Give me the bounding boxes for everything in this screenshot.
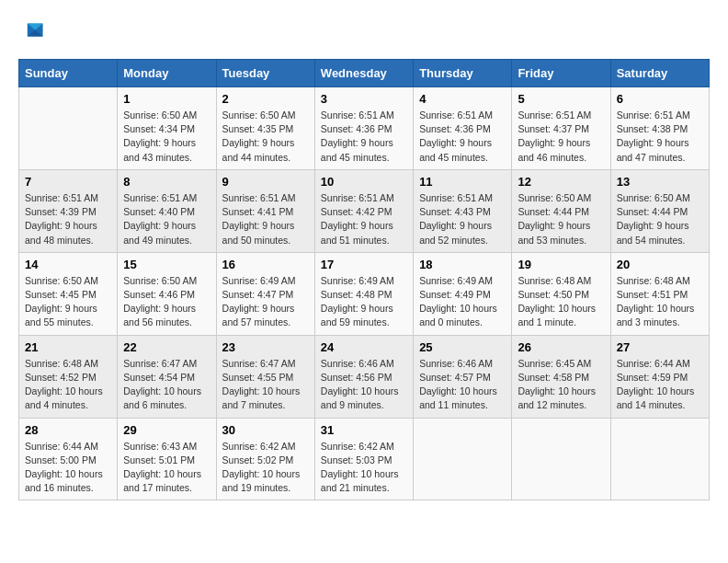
day-info: Sunrise: 6:50 AM Sunset: 4:45 PM Dayligh… <box>25 274 111 330</box>
day-info: Sunrise: 6:51 AM Sunset: 4:36 PM Dayligh… <box>419 109 506 165</box>
day-info: Sunrise: 6:50 AM Sunset: 4:46 PM Dayligh… <box>123 274 210 330</box>
calendar-cell: 4Sunrise: 6:51 AM Sunset: 4:36 PM Daylig… <box>414 87 512 170</box>
day-info: Sunrise: 6:42 AM Sunset: 5:02 PM Dayligh… <box>222 440 309 496</box>
calendar-week-5: 28Sunrise: 6:44 AM Sunset: 5:00 PM Dayli… <box>19 418 710 500</box>
weekday-header-saturday: Saturday <box>610 60 709 87</box>
day-info: Sunrise: 6:47 AM Sunset: 4:55 PM Dayligh… <box>222 357 309 413</box>
day-number: 24 <box>321 340 407 354</box>
day-number: 14 <box>25 258 111 271</box>
day-number: 16 <box>222 258 309 271</box>
day-info: Sunrise: 6:51 AM Sunset: 4:37 PM Dayligh… <box>518 109 604 165</box>
calendar-cell: 29Sunrise: 6:43 AM Sunset: 5:01 PM Dayli… <box>118 418 216 500</box>
day-number: 29 <box>123 423 210 437</box>
calendar-week-2: 7Sunrise: 6:51 AM Sunset: 4:39 PM Daylig… <box>19 169 710 252</box>
calendar-cell: 3Sunrise: 6:51 AM Sunset: 4:36 PM Daylig… <box>314 87 413 170</box>
day-number: 22 <box>123 340 210 354</box>
calendar-cell <box>512 418 610 500</box>
day-number: 6 <box>617 92 703 106</box>
day-info: Sunrise: 6:48 AM Sunset: 4:51 PM Dayligh… <box>617 274 703 330</box>
weekday-header-row: SundayMondayTuesdayWednesdayThursdayFrid… <box>19 60 710 87</box>
calendar-cell: 27Sunrise: 6:44 AM Sunset: 4:59 PM Dayli… <box>610 335 709 418</box>
calendar-cell: 26Sunrise: 6:45 AM Sunset: 4:58 PM Dayli… <box>512 335 610 418</box>
day-info: Sunrise: 6:44 AM Sunset: 5:00 PM Dayligh… <box>25 440 111 496</box>
weekday-header-monday: Monday <box>118 60 216 87</box>
day-info: Sunrise: 6:51 AM Sunset: 4:40 PM Dayligh… <box>123 191 210 247</box>
day-info: Sunrise: 6:49 AM Sunset: 4:47 PM Dayligh… <box>222 274 309 330</box>
day-info: Sunrise: 6:46 AM Sunset: 4:56 PM Dayligh… <box>321 357 407 413</box>
day-number: 4 <box>419 92 506 106</box>
day-number: 23 <box>222 340 309 354</box>
calendar-cell: 15Sunrise: 6:50 AM Sunset: 4:46 PM Dayli… <box>118 252 216 335</box>
day-number: 9 <box>222 175 309 189</box>
day-number: 18 <box>419 258 506 271</box>
calendar-cell <box>610 418 709 500</box>
logo-icon <box>18 18 44 44</box>
weekday-header-wednesday: Wednesday <box>314 60 413 87</box>
calendar-cell: 6Sunrise: 6:51 AM Sunset: 4:38 PM Daylig… <box>610 87 709 170</box>
calendar-cell: 30Sunrise: 6:42 AM Sunset: 5:02 PM Dayli… <box>216 418 314 500</box>
day-info: Sunrise: 6:44 AM Sunset: 4:59 PM Dayligh… <box>617 357 703 413</box>
calendar-cell: 11Sunrise: 6:51 AM Sunset: 4:43 PM Dayli… <box>414 169 512 252</box>
logo <box>18 18 48 44</box>
calendar-cell: 19Sunrise: 6:48 AM Sunset: 4:50 PM Dayli… <box>512 252 610 335</box>
day-number: 5 <box>518 92 604 106</box>
day-info: Sunrise: 6:47 AM Sunset: 4:54 PM Dayligh… <box>123 357 210 413</box>
day-info: Sunrise: 6:50 AM Sunset: 4:44 PM Dayligh… <box>518 191 604 247</box>
calendar-cell <box>414 418 512 500</box>
calendar-cell <box>19 87 118 170</box>
calendar-cell: 22Sunrise: 6:47 AM Sunset: 4:54 PM Dayli… <box>118 335 216 418</box>
day-number: 28 <box>25 423 111 437</box>
calendar-week-3: 14Sunrise: 6:50 AM Sunset: 4:45 PM Dayli… <box>19 252 710 335</box>
calendar-cell: 31Sunrise: 6:42 AM Sunset: 5:03 PM Dayli… <box>314 418 413 500</box>
calendar-cell: 1Sunrise: 6:50 AM Sunset: 4:34 PM Daylig… <box>118 87 216 170</box>
day-number: 2 <box>222 92 309 106</box>
day-info: Sunrise: 6:51 AM Sunset: 4:36 PM Dayligh… <box>321 109 407 165</box>
calendar-cell: 28Sunrise: 6:44 AM Sunset: 5:00 PM Dayli… <box>19 418 118 500</box>
calendar-cell: 17Sunrise: 6:49 AM Sunset: 4:48 PM Dayli… <box>314 252 413 335</box>
day-info: Sunrise: 6:49 AM Sunset: 4:48 PM Dayligh… <box>321 274 407 330</box>
calendar-cell: 13Sunrise: 6:50 AM Sunset: 4:44 PM Dayli… <box>610 169 709 252</box>
day-info: Sunrise: 6:46 AM Sunset: 4:57 PM Dayligh… <box>419 357 506 413</box>
day-info: Sunrise: 6:43 AM Sunset: 5:01 PM Dayligh… <box>123 440 210 496</box>
day-number: 10 <box>321 175 407 189</box>
day-info: Sunrise: 6:48 AM Sunset: 4:52 PM Dayligh… <box>25 357 111 413</box>
day-number: 27 <box>617 340 703 354</box>
day-number: 8 <box>123 175 210 189</box>
calendar-cell: 8Sunrise: 6:51 AM Sunset: 4:40 PM Daylig… <box>118 169 216 252</box>
day-number: 1 <box>123 92 210 106</box>
day-number: 3 <box>321 92 407 106</box>
day-info: Sunrise: 6:49 AM Sunset: 4:49 PM Dayligh… <box>419 274 506 330</box>
day-info: Sunrise: 6:51 AM Sunset: 4:43 PM Dayligh… <box>419 191 506 247</box>
day-info: Sunrise: 6:50 AM Sunset: 4:34 PM Dayligh… <box>123 109 210 165</box>
calendar-cell: 5Sunrise: 6:51 AM Sunset: 4:37 PM Daylig… <box>512 87 610 170</box>
day-number: 20 <box>617 258 703 271</box>
day-number: 13 <box>617 175 703 189</box>
weekday-header-friday: Friday <box>512 60 610 87</box>
day-info: Sunrise: 6:50 AM Sunset: 4:35 PM Dayligh… <box>222 109 309 165</box>
day-number: 31 <box>321 423 407 437</box>
day-number: 30 <box>222 423 309 437</box>
day-info: Sunrise: 6:51 AM Sunset: 4:41 PM Dayligh… <box>222 191 309 247</box>
day-info: Sunrise: 6:48 AM Sunset: 4:50 PM Dayligh… <box>518 274 604 330</box>
day-info: Sunrise: 6:51 AM Sunset: 4:38 PM Dayligh… <box>617 109 703 165</box>
calendar-cell: 21Sunrise: 6:48 AM Sunset: 4:52 PM Dayli… <box>19 335 118 418</box>
calendar-cell: 14Sunrise: 6:50 AM Sunset: 4:45 PM Dayli… <box>19 252 118 335</box>
weekday-header-thursday: Thursday <box>414 60 512 87</box>
day-number: 12 <box>518 175 604 189</box>
day-number: 7 <box>25 175 111 189</box>
day-info: Sunrise: 6:51 AM Sunset: 4:42 PM Dayligh… <box>321 191 407 247</box>
calendar-cell: 16Sunrise: 6:49 AM Sunset: 4:47 PM Dayli… <box>216 252 314 335</box>
day-number: 19 <box>518 258 604 271</box>
calendar-header: SundayMondayTuesdayWednesdayThursdayFrid… <box>19 60 710 87</box>
day-number: 25 <box>419 340 506 354</box>
calendar-cell: 24Sunrise: 6:46 AM Sunset: 4:56 PM Dayli… <box>314 335 413 418</box>
day-info: Sunrise: 6:51 AM Sunset: 4:39 PM Dayligh… <box>25 191 111 247</box>
day-info: Sunrise: 6:50 AM Sunset: 4:44 PM Dayligh… <box>617 191 703 247</box>
calendar-cell: 2Sunrise: 6:50 AM Sunset: 4:35 PM Daylig… <box>216 87 314 170</box>
calendar-cell: 25Sunrise: 6:46 AM Sunset: 4:57 PM Dayli… <box>414 335 512 418</box>
calendar-week-1: 1Sunrise: 6:50 AM Sunset: 4:34 PM Daylig… <box>19 87 710 170</box>
page-header <box>18 18 710 44</box>
day-number: 15 <box>123 258 210 271</box>
calendar-cell: 18Sunrise: 6:49 AM Sunset: 4:49 PM Dayli… <box>414 252 512 335</box>
calendar-cell: 23Sunrise: 6:47 AM Sunset: 4:55 PM Dayli… <box>216 335 314 418</box>
